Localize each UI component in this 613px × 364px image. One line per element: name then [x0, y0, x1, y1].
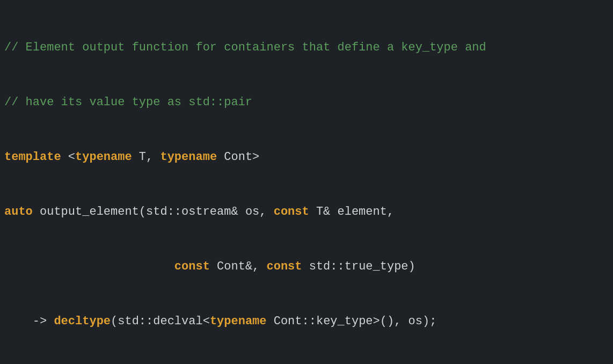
kw-const-3: const — [267, 260, 302, 273]
line-3: template <typename T, typename Cont> — [4, 148, 609, 166]
line-2: // have its value type as std::pair — [4, 93, 609, 112]
kw-template-1: template — [4, 150, 61, 164]
kw-decltype-1: decltype — [54, 315, 111, 328]
comment-2: // have its value type as std::pair — [4, 96, 252, 109]
code-3a: < — [61, 150, 75, 164]
code-6b: (std::declval< — [111, 315, 210, 328]
code-5c: std::true_type) — [302, 260, 415, 273]
kw-const-2: const — [174, 260, 210, 273]
code-3c: Cont> — [217, 150, 259, 164]
code-5b: Cont&, — [210, 260, 267, 273]
code-6c: Cont::key_type>(), os); — [267, 315, 437, 328]
line-6: -> decltype(std::declval<typename Cont::… — [4, 312, 609, 331]
line-4: auto output_element(std::ostream& os, co… — [4, 203, 609, 221]
code-3b: T, — [132, 150, 160, 164]
kw-const-1: const — [274, 205, 309, 219]
kw-auto-1: auto — [4, 205, 33, 219]
code-editor: // Element output function for container… — [0, 0, 613, 364]
code-4b: T& element, — [309, 205, 394, 219]
kw-typename-3: typename — [210, 315, 267, 328]
comment-1: // Element output function for container… — [4, 41, 486, 54]
code-6a: -> — [4, 315, 54, 328]
code-4a: output_element(std::ostream& os, — [33, 205, 274, 219]
kw-typename-2: typename — [160, 150, 217, 164]
kw-typename-1: typename — [75, 150, 132, 164]
line-5: const Cont&, const std::true_type) — [4, 258, 609, 276]
code-5a — [4, 260, 174, 273]
line-1: // Element output function for container… — [4, 39, 609, 57]
